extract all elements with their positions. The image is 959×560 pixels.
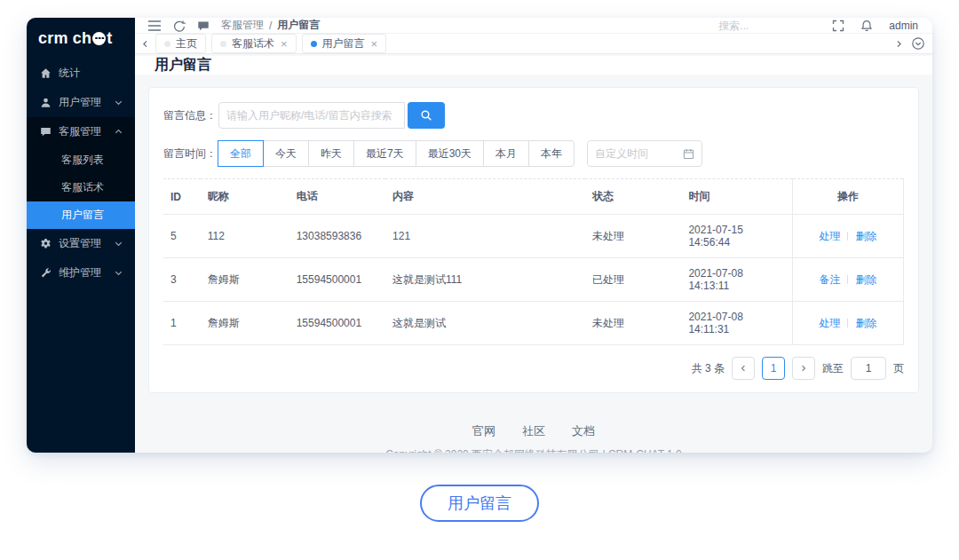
footer-links: 官网社区文档: [148, 423, 919, 439]
tab-label: 主页: [176, 36, 197, 51]
delete-link[interactable]: 删除: [855, 317, 876, 329]
message-filter-row: 留言信息：: [163, 102, 904, 129]
jump-page-input[interactable]: [851, 357, 886, 380]
prev-page-button[interactable]: [732, 357, 755, 380]
sidebar-item-settings[interactable]: 设置管理: [27, 229, 135, 258]
col-nickname: 昵称: [201, 179, 289, 215]
sidebar-item-service-list[interactable]: 客服列表: [27, 146, 135, 174]
breadcrumb: 客服管理 / 用户留言: [221, 18, 320, 33]
close-icon[interactable]: ×: [371, 38, 378, 50]
time-filter-button[interactable]: 全部: [218, 140, 264, 167]
sidebar-item-service-scripts[interactable]: 客服话术: [27, 174, 135, 201]
sidebar-menu: 统计 用户管理 客服管理 客服列表: [27, 59, 135, 288]
delete-link[interactable]: 删除: [855, 273, 876, 286]
message-icon[interactable]: [197, 20, 210, 32]
tags-scroll-left-icon[interactable]: [140, 39, 150, 49]
refresh-icon[interactable]: [173, 20, 186, 32]
primary-action-link[interactable]: 备注: [819, 273, 840, 286]
tab-label: 用户留言: [322, 36, 365, 51]
global-search-input[interactable]: [718, 20, 816, 32]
action-divider: [847, 232, 848, 241]
primary-action-link[interactable]: 处理: [819, 317, 840, 329]
user-icon: [40, 97, 52, 108]
tab-dot: [220, 41, 226, 47]
tab-label: 客服话术: [232, 36, 274, 51]
time-filter-button[interactable]: 本年: [528, 140, 575, 167]
time-filter-button[interactable]: 最近7天: [353, 140, 416, 167]
cell-content: 121: [385, 215, 585, 258]
tags-options-icon[interactable]: [911, 36, 925, 51]
app-logo: crm cht: [27, 18, 135, 59]
next-page-button[interactable]: [792, 357, 815, 380]
chevron-up-icon: [113, 126, 124, 138]
main-area: 客服管理 / 用户留言 admin: [135, 18, 932, 453]
breadcrumb-separator: /: [269, 20, 272, 32]
sidebar-item-service[interactable]: 客服管理: [27, 117, 135, 146]
sidebar-item-user-messages[interactable]: 用户留言: [27, 201, 135, 229]
time-filter-label: 留言时间：: [163, 146, 218, 162]
messages-card: 留言信息： 留言时间： 全部 今天: [148, 87, 919, 393]
sidebar-item-stats[interactable]: 统计: [27, 59, 135, 88]
search-icon: [420, 109, 432, 122]
time-filter-button[interactable]: 最近30天: [416, 140, 484, 167]
table-header-row: ID 昵称 电话 内容 状态 时间 操作: [163, 179, 904, 215]
cell-status: 已处理: [585, 258, 681, 302]
footer-link[interactable]: 文档: [572, 424, 595, 438]
table-row: 1 詹姆斯 15594500001 这就是测试 未处理 2021-07-08 1…: [163, 302, 904, 345]
action-divider: [847, 275, 848, 284]
cell-id: 1: [163, 302, 201, 345]
tags-scroll-right-icon[interactable]: [894, 39, 904, 49]
time-filter-button[interactable]: 本月: [483, 140, 529, 167]
tab-home[interactable]: 主页: [155, 34, 206, 53]
message-search-input[interactable]: [218, 102, 405, 129]
search-button[interactable]: [408, 102, 445, 129]
sidebar-item-label: 客服管理: [59, 124, 101, 139]
calendar-icon: [683, 148, 694, 160]
top-header: 客服管理 / 用户留言 admin: [135, 18, 932, 34]
time-filter-group: 全部 今天 昨天 最近7天 最近30天 本月: [218, 140, 575, 167]
page-unit-label: 页: [893, 361, 904, 376]
sidebar-item-maintenance[interactable]: 维护管理: [27, 258, 135, 288]
col-actions: 操作: [792, 179, 903, 215]
chevron-down-icon: [113, 267, 124, 279]
logo-text-pre: crm ch: [38, 29, 91, 48]
sidebar-item-label: 客服列表: [61, 153, 104, 168]
user-menu[interactable]: admin: [889, 20, 918, 32]
time-filter-button[interactable]: 昨天: [308, 140, 354, 167]
tab-user-messages[interactable]: 用户留言 ×: [302, 34, 387, 53]
cell-content: 这就是测试: [385, 302, 585, 345]
cell-time: 2021-07-08 14:13:11: [681, 258, 792, 302]
primary-action-link[interactable]: 处理: [819, 230, 840, 242]
breadcrumb-current: 用户留言: [277, 18, 320, 33]
cell-id: 3: [163, 258, 201, 302]
sidebar-item-label: 客服话术: [61, 180, 104, 195]
custom-time-picker[interactable]: 自定义时间: [587, 140, 702, 167]
app-footer: 官网社区文档 Copyright © 2020 西安众邦网络科技有限公司 | C…: [148, 423, 919, 453]
delete-link[interactable]: 删除: [855, 230, 876, 242]
cell-status: 未处理: [585, 215, 681, 258]
wrench-icon: [40, 267, 52, 279]
collapse-menu-icon[interactable]: [147, 20, 162, 32]
chevron-right-icon: [799, 364, 808, 373]
breadcrumb-parent[interactable]: 客服管理: [221, 18, 264, 33]
cell-content: 这就是测试111: [385, 258, 585, 302]
sidebar-item-users[interactable]: 用户管理: [27, 88, 135, 117]
col-status: 状态: [585, 179, 681, 215]
app-window: crm cht 统计 用户管理 客服管理: [27, 18, 932, 453]
logo-text-post: t: [107, 29, 112, 48]
cell-nickname: 詹姆斯: [201, 302, 289, 345]
tags-bar-right: [894, 36, 925, 51]
sidebar-item-label: 用户管理: [59, 95, 101, 110]
gear-icon: [40, 238, 52, 249]
footer-link[interactable]: 官网: [472, 424, 495, 438]
footer-link[interactable]: 社区: [522, 424, 545, 438]
bell-icon[interactable]: [860, 20, 873, 32]
chevron-down-icon: [113, 97, 124, 108]
tab-service-scripts[interactable]: 客服话术 ×: [211, 34, 297, 53]
page-number-button[interactable]: 1: [762, 357, 785, 380]
time-filter-button[interactable]: 今天: [263, 140, 309, 167]
fullscreen-icon[interactable]: [832, 20, 844, 32]
message-filter-label: 留言信息：: [163, 108, 218, 123]
close-icon[interactable]: ×: [281, 38, 288, 50]
sidebar-item-label: 统计: [59, 66, 80, 81]
